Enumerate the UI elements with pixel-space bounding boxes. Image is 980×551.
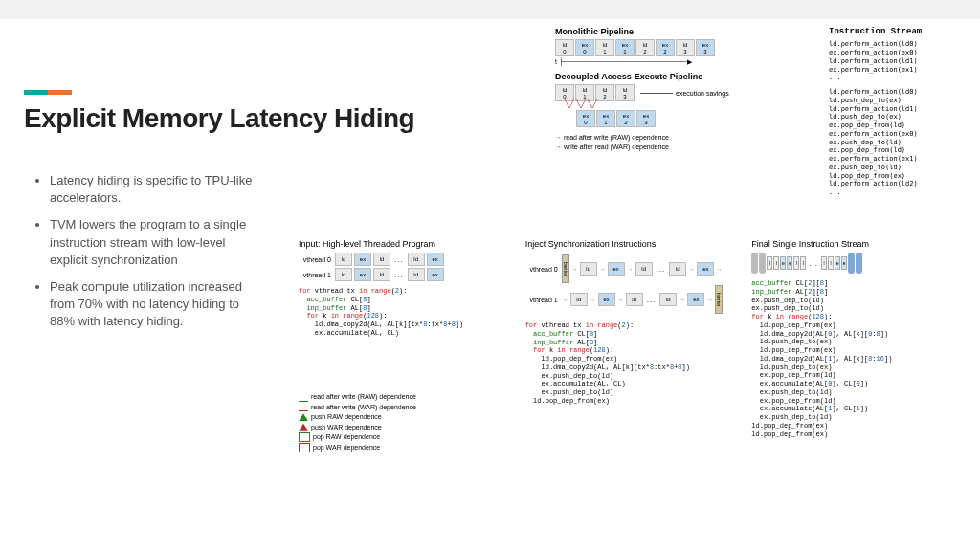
war-arrow-legend: read after write (WAR) dependence — [299, 403, 416, 413]
ex-stage: ex1 — [615, 39, 635, 56]
pop-raw-legend: pop RAW dependence — [299, 432, 416, 443]
raw-arrow-legend: read after write (RAW) dependence — [299, 392, 416, 403]
barrier: barrier — [562, 254, 569, 283]
ex-stage: ex2 — [656, 39, 675, 56]
ld-stage: ld3 — [615, 84, 635, 101]
vthread0-label: vthread 0 — [299, 256, 331, 263]
instr-block-1: ld.perform_action(ld0) ex.perform_action… — [829, 40, 963, 82]
instr-block-2: ld.perform_action(ld0) ld.push_dep_to(ex… — [829, 88, 963, 197]
instruction-stream: Instruction Stream ld.perform_action(ld0… — [829, 27, 963, 203]
final-stream-visual: llee ll ... llee — [751, 253, 970, 274]
code-p1: for vthread tx in range(2): acc_buffer C… — [299, 287, 518, 338]
ld-stage: ld1 — [595, 39, 614, 56]
vthread1-label: vthread 1 — [299, 272, 331, 278]
ld-stage: ld0 — [555, 39, 574, 56]
ld-stage: ld3 — [676, 39, 695, 56]
code-p2: for vthread tx in range(2): acc_buffer C… — [525, 321, 745, 406]
execution-savings-label: execution savings — [640, 90, 729, 97]
barrier: barrier — [715, 285, 723, 314]
slide-title: Explicit Memory Latency Hiding — [24, 103, 414, 134]
panel-final-stream: Final Single Instruction Stream llee ll … — [751, 239, 970, 438]
ex-stage: ex3 — [636, 110, 656, 127]
panel-title: Final Single Instruction Stream — [751, 239, 970, 249]
ld-stage: ld2 — [635, 39, 655, 56]
ex-stage: ex0 — [575, 39, 594, 56]
ex-stage: ex2 — [616, 110, 635, 127]
instruction-stream-label: Instruction Stream — [829, 27, 963, 37]
push-raw-legend: push RAW dependence — [299, 412, 416, 423]
code-p3: acc_buffer CL[2][8] inp_buffer AL[2][8] … — [751, 279, 970, 438]
ex-stage: ex3 — [696, 39, 715, 56]
push-war-legend: push WAR dependence — [299, 423, 416, 433]
header-bar — [0, 0, 980, 19]
ex-stage: ex0 — [576, 110, 595, 127]
bullet-item: TVM lowers the program to a single instr… — [50, 216, 266, 269]
panel-inject-sync: Inject Synchronization Instructions vthr… — [525, 239, 745, 438]
bullet-item: Peak compute utilization increased from … — [50, 278, 266, 331]
pop-war-legend: pop WAR dependence — [299, 443, 416, 453]
ex-stage: ex1 — [596, 110, 615, 127]
accent-bar — [24, 90, 72, 95]
panel-title: Input: High-level Threaded Program — [299, 239, 518, 249]
bullet-item: Latency hiding is specific to TPU-like a… — [50, 172, 266, 207]
bullet-list: Latency hiding is specific to TPU-like a… — [36, 172, 266, 341]
panel-title: Inject Synchronization Instructions — [525, 239, 745, 249]
dependence-legend-detailed: read after write (RAW) dependence read a… — [299, 392, 416, 452]
ld-stage: ld2 — [595, 84, 614, 101]
